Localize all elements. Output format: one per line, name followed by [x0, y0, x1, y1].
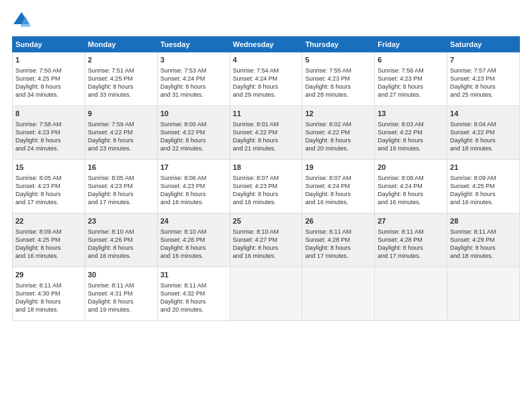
calendar-cell: 20Sunrise: 8:08 AMSunset: 4:24 PMDayligh…	[375, 160, 447, 214]
weekday-header-wednesday: Wednesday	[230, 37, 302, 52]
day-info: Sunrise: 8:02 AM	[305, 120, 371, 128]
day-info: Sunset: 4:22 PM	[233, 128, 300, 136]
day-info: Daylight: 8 hours	[233, 83, 300, 91]
calendar-cell: 24Sunrise: 8:10 AMSunset: 4:26 PMDayligh…	[157, 214, 230, 267]
day-info: and 27 minutes.	[378, 91, 444, 99]
day-info: Sunrise: 8:06 AM	[161, 174, 227, 182]
day-info: Daylight: 8 hours	[161, 298, 227, 306]
day-number: 22	[15, 216, 82, 226]
logo-icon	[12, 11, 31, 30]
calendar-cell: 10Sunrise: 8:00 AMSunset: 4:22 PMDayligh…	[157, 106, 230, 160]
calendar-cell	[230, 267, 302, 321]
day-info: Sunset: 4:24 PM	[305, 182, 371, 190]
day-info: Daylight: 8 hours	[15, 244, 82, 252]
day-info: and 19 minutes.	[378, 144, 444, 152]
day-info: and 24 minutes.	[15, 144, 82, 152]
day-number: 7	[450, 55, 517, 65]
day-number: 4	[233, 55, 300, 65]
day-info: Sunset: 4:31 PM	[88, 289, 154, 298]
day-info: Sunrise: 8:09 AM	[15, 228, 82, 236]
day-info: Sunset: 4:25 PM	[15, 236, 82, 244]
day-info: Sunrise: 7:50 AM	[15, 66, 82, 75]
day-info: Sunset: 4:24 PM	[378, 182, 444, 190]
day-info: Sunset: 4:23 PM	[15, 182, 82, 190]
day-number: 30	[88, 270, 154, 280]
day-info: Sunrise: 7:56 AM	[378, 66, 444, 75]
day-number: 24	[161, 216, 227, 226]
day-number: 10	[161, 109, 227, 119]
day-info: Sunrise: 8:07 AM	[233, 174, 300, 182]
day-info: Daylight: 8 hours	[15, 190, 82, 198]
day-info: Sunrise: 7:53 AM	[161, 66, 227, 75]
day-info: Sunset: 4:28 PM	[378, 236, 444, 244]
day-info: Sunrise: 7:51 AM	[88, 66, 154, 75]
day-info: and 34 minutes.	[15, 91, 82, 99]
day-info: Sunset: 4:23 PM	[233, 182, 300, 190]
day-info: Daylight: 8 hours	[88, 190, 154, 198]
day-info: and 25 minutes.	[450, 91, 517, 99]
day-number: 26	[305, 216, 371, 226]
calendar-cell: 9Sunrise: 7:59 AMSunset: 4:22 PMDaylight…	[85, 106, 157, 160]
weekday-header-monday: Monday	[85, 37, 157, 52]
day-number: 2	[88, 55, 154, 65]
calendar-cell: 23Sunrise: 8:10 AMSunset: 4:26 PMDayligh…	[85, 214, 157, 267]
day-info: Sunset: 4:32 PM	[161, 289, 227, 298]
day-number: 18	[233, 163, 300, 173]
calendar-cell: 19Sunrise: 8:07 AMSunset: 4:24 PMDayligh…	[302, 160, 375, 214]
calendar-cell: 1Sunrise: 7:50 AMSunset: 4:25 PMDaylight…	[13, 52, 85, 106]
day-info: Sunrise: 8:11 AM	[88, 281, 154, 289]
day-info: Sunrise: 8:11 AM	[161, 281, 227, 289]
day-info: and 17 minutes.	[305, 252, 371, 260]
calendar-cell	[447, 267, 520, 321]
day-info: Sunrise: 8:10 AM	[161, 228, 227, 236]
day-number: 13	[378, 109, 444, 119]
calendar-cell: 12Sunrise: 8:02 AMSunset: 4:22 PMDayligh…	[302, 106, 375, 160]
day-info: Daylight: 8 hours	[15, 136, 82, 144]
day-info: and 18 minutes.	[15, 306, 82, 314]
day-number: 12	[305, 109, 371, 119]
day-info: Daylight: 8 hours	[15, 298, 82, 306]
day-info: Daylight: 8 hours	[378, 136, 444, 144]
weekday-header-friday: Friday	[375, 37, 447, 52]
day-info: Daylight: 8 hours	[450, 83, 517, 91]
calendar-cell	[375, 267, 447, 321]
day-info: Sunrise: 8:11 AM	[15, 281, 82, 289]
day-info: Sunset: 4:22 PM	[161, 128, 227, 136]
day-info: Sunset: 4:23 PM	[161, 182, 227, 190]
day-info: Sunset: 4:29 PM	[450, 236, 517, 244]
day-info: Sunset: 4:24 PM	[161, 75, 227, 83]
day-number: 29	[15, 270, 82, 280]
day-info: and 31 minutes.	[161, 91, 227, 99]
day-number: 5	[305, 55, 371, 65]
day-info: Sunrise: 8:05 AM	[15, 174, 82, 182]
day-info: Daylight: 8 hours	[305, 190, 371, 198]
day-info: Sunrise: 8:11 AM	[305, 228, 371, 236]
day-info: Sunset: 4:22 PM	[305, 128, 371, 136]
day-info: Sunset: 4:25 PM	[450, 182, 517, 190]
day-info: Daylight: 8 hours	[378, 244, 444, 252]
day-number: 21	[450, 163, 517, 173]
day-number: 8	[15, 109, 82, 119]
weekday-header-thursday: Thursday	[302, 37, 375, 52]
calendar-cell	[302, 267, 375, 321]
day-info: and 19 minutes.	[88, 306, 154, 314]
day-info: Daylight: 8 hours	[450, 190, 517, 198]
day-number: 25	[233, 216, 300, 226]
calendar-cell: 16Sunrise: 8:05 AMSunset: 4:23 PMDayligh…	[85, 160, 157, 214]
day-info: and 20 minutes.	[161, 306, 227, 314]
day-number: 23	[88, 216, 154, 226]
calendar-cell: 3Sunrise: 7:53 AMSunset: 4:24 PMDaylight…	[157, 52, 230, 106]
day-info: Daylight: 8 hours	[161, 244, 227, 252]
calendar-cell: 8Sunrise: 7:58 AMSunset: 4:23 PMDaylight…	[13, 106, 85, 160]
day-info: Daylight: 8 hours	[161, 136, 227, 144]
day-info: Sunrise: 8:01 AM	[233, 120, 300, 128]
day-info: Sunrise: 8:00 AM	[161, 120, 227, 128]
calendar-cell: 31Sunrise: 8:11 AMSunset: 4:32 PMDayligh…	[157, 267, 230, 321]
day-info: Daylight: 8 hours	[88, 83, 154, 91]
calendar-cell: 26Sunrise: 8:11 AMSunset: 4:28 PMDayligh…	[302, 214, 375, 267]
day-info: Sunset: 4:22 PM	[88, 128, 154, 136]
day-number: 19	[305, 163, 371, 173]
calendar-cell: 15Sunrise: 8:05 AMSunset: 4:23 PMDayligh…	[13, 160, 85, 214]
day-number: 31	[161, 270, 227, 280]
day-info: Sunrise: 8:07 AM	[305, 174, 371, 182]
